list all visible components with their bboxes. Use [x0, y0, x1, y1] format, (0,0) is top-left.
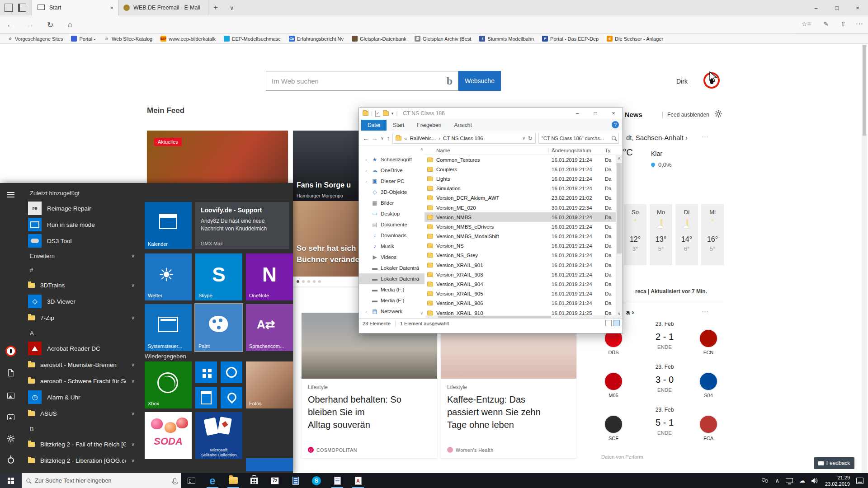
- file-row[interactable]: Version_NMBS_eDrivers 16.01.2019 21:24 D…: [425, 222, 623, 231]
- nav-item[interactable]: › ▤ Netzwerk: [359, 306, 425, 317]
- taskbar-file-explorer[interactable]: [223, 473, 244, 488]
- tile-fotos[interactable]: Fotos: [246, 361, 293, 408]
- help-icon[interactable]: ?: [612, 121, 619, 128]
- weather-location[interactable]: dt, Sachsen-Anhalt ›: [626, 134, 688, 141]
- back-icon[interactable]: ←: [4, 20, 17, 29]
- explorer-back-icon[interactable]: ←: [363, 135, 369, 142]
- taskbar-edge[interactable]: e: [202, 473, 223, 488]
- nav-item[interactable]: › ☁ OneDrive: [359, 165, 425, 176]
- explorer-search-input[interactable]: "CT NS Class 186" durchs...: [538, 133, 619, 144]
- breadcrumb-chevron-icon[interactable]: ∨: [522, 136, 525, 141]
- ribbon-tab-start[interactable]: Start: [387, 120, 410, 131]
- onedrive-cloud-icon[interactable]: ☁: [799, 477, 805, 484]
- feedback-button[interactable]: Feedback: [814, 457, 854, 469]
- qat-chevron-icon[interactable]: ▾: [392, 111, 394, 116]
- up-icon[interactable]: ↑: [387, 135, 390, 142]
- properties-icon[interactable]: [375, 111, 380, 117]
- file-row[interactable]: Common_Textures 16.01.2019 21:24 Da: [425, 155, 623, 164]
- refresh-icon[interactable]: ↻: [43, 20, 57, 30]
- file-row[interactable]: Version_NMBS 16.01.2019 21:24 Da: [425, 212, 623, 222]
- web-note-icon[interactable]: ✎: [819, 20, 833, 28]
- network-icon[interactable]: [786, 478, 793, 483]
- column-type[interactable]: Ty: [602, 148, 610, 153]
- forecast-day[interactable]: Mi 16° 5°: [701, 204, 724, 265]
- minimize-button[interactable]: –: [806, 0, 826, 15]
- tile-small-grid[interactable]: [195, 361, 217, 383]
- tile-partial[interactable]: [246, 458, 293, 471]
- file-row[interactable]: Version_ME_020 30.01.2019 22:34 Da: [425, 203, 623, 212]
- breadcrumb[interactable]: « RailVehic... › CT NS Class 186 ∨ ↻: [392, 133, 536, 144]
- tile-skype[interactable]: S Skype: [195, 253, 242, 300]
- task-view-icon[interactable]: [188, 478, 195, 484]
- nav-item[interactable]: › ◇ 3D-Objekte: [359, 187, 425, 197]
- nav-item[interactable]: › ↓ Downloads: [359, 230, 425, 241]
- favorite-item[interactable]: ☆ Vorgeschlagene Sites: [4, 36, 66, 42]
- start-button[interactable]: [0, 473, 22, 488]
- expand-chevron-icon[interactable]: ›: [365, 309, 369, 314]
- file-row[interactable]: Version_NMBS_ModalShift 16.01.2019 21:24…: [425, 232, 623, 241]
- expand-chevron-icon[interactable]: ›: [365, 157, 369, 162]
- ribbon-tab-freigeben[interactable]: Freigeben: [410, 120, 448, 131]
- column-date[interactable]: Änderungsdatum: [549, 148, 602, 153]
- taskbar-7zip[interactable]: 7z: [264, 473, 285, 488]
- favorite-item[interactable]: P Portal - Das EEP-Dep: [539, 36, 602, 42]
- nav-scroll-down-icon[interactable]: ∨: [420, 311, 423, 315]
- file-row[interactable]: Version_XRAIL_903 16.01.2019 21:24 Da: [425, 270, 623, 279]
- microphone-icon[interactable]: [173, 478, 176, 483]
- taskbar-notepad[interactable]: [327, 473, 348, 488]
- file-row[interactable]: Version_NS_Grey 16.01.2019 21:24 Da: [425, 251, 623, 260]
- tile-xbox[interactable]: Xbox: [145, 361, 192, 408]
- tile-onenote[interactable]: N OneNote: [246, 253, 293, 300]
- details-view-icon[interactable]: [613, 320, 620, 326]
- tile-wetter[interactable]: ☀ Wetter: [145, 253, 192, 300]
- favorite-item[interactable]: Portal -: [68, 36, 98, 42]
- websearch-button[interactable]: Websuche: [458, 71, 501, 91]
- sports-more-icon[interactable]: ···: [702, 307, 708, 315]
- scrollbar-thumb[interactable]: [617, 163, 622, 253]
- tray-chevron-icon[interactable]: ∧: [775, 477, 779, 484]
- favorite-item[interactable]: ℔ Gleisplan Archiv (Best: [411, 36, 475, 42]
- tab-close-icon[interactable]: ×: [110, 5, 113, 11]
- news-card-lifestyle-1[interactable]: Lifestyle Oberhand behalten: So bleiben …: [302, 313, 437, 458]
- feed-toggle[interactable]: Feed ausblenden: [662, 112, 709, 118]
- close-button[interactable]: ×: [847, 0, 868, 15]
- sports-header[interactable]: a ›: [626, 308, 634, 316]
- set-tabs-aside-icon[interactable]: [5, 4, 13, 12]
- forecast-day[interactable]: Mo 13° 5°: [650, 204, 672, 265]
- tile-sprachen[interactable]: A⇄ Sprachencom...: [246, 304, 293, 351]
- tile-paint[interactable]: Paint: [195, 304, 242, 351]
- nav-item[interactable]: › ▬ Media (F:): [359, 284, 425, 295]
- settings-gear-icon[interactable]: [714, 110, 722, 118]
- favorite-item[interactable]: Gleisplan-Datenbank: [349, 36, 410, 42]
- file-row[interactable]: Simulation 16.01.2019 21:24 Da: [425, 184, 623, 193]
- nav-item[interactable]: › ▬ Lokaler Datenträ: [359, 263, 425, 273]
- explorer-close-button[interactable]: ×: [604, 108, 623, 119]
- tile-candy-crush-soda[interactable]: SODA: [145, 412, 192, 459]
- history-chevron-icon[interactable]: ∨: [381, 136, 384, 141]
- nav-item[interactable]: › ▦ Bilder: [359, 197, 425, 208]
- tile-gmx-mail[interactable]: Loovify.de - Support Andy82 Du hast eine…: [195, 202, 289, 249]
- tab-preview-icon[interactable]: [18, 4, 26, 12]
- nav-item[interactable]: › ★ Schnellzugriff: [359, 154, 425, 165]
- file-row[interactable]: Couplers 16.01.2019 21:24 Da: [425, 164, 623, 174]
- nav-item[interactable]: › ▬ Lokaler Datenträ: [359, 273, 425, 284]
- tile-small-calculator[interactable]: [195, 387, 217, 408]
- clock[interactable]: 21:29 23.02.2019: [825, 474, 850, 487]
- tile-solitaire[interactable]: Microsoft Solitaire Collection: [195, 412, 242, 459]
- tile-small-maps[interactable]: [221, 387, 242, 408]
- breadcrumb-current[interactable]: CT NS Class 186: [443, 136, 483, 141]
- expand-chevron-icon[interactable]: ›: [365, 179, 369, 184]
- file-list-scrollbar[interactable]: ∧ ∨: [616, 155, 623, 317]
- volume-icon[interactable]: [811, 478, 819, 484]
- maximize-button[interactable]: □: [826, 0, 847, 15]
- action-center-icon[interactable]: [856, 478, 863, 484]
- taskbar-search-input[interactable]: Zur Suche Text hier eingeben: [22, 473, 181, 488]
- list-view-icon[interactable]: [605, 320, 612, 326]
- nav-item[interactable]: › ▬ Media (F:): [359, 295, 425, 306]
- more-menu-icon[interactable]: ···: [853, 19, 866, 28]
- nav-scroll-up-icon[interactable]: ∧: [420, 147, 423, 151]
- file-row[interactable]: Version_XRAIL_904 16.01.2019 21:24 Da: [425, 279, 623, 289]
- file-explorer-window[interactable]: | ▾ | CT NS Class 186 – □ × Datei Start …: [359, 108, 623, 333]
- file-row[interactable]: Lights 16.01.2019 21:24 Da: [425, 174, 623, 183]
- hub-favorites-icon[interactable]: ☆≡: [799, 20, 813, 28]
